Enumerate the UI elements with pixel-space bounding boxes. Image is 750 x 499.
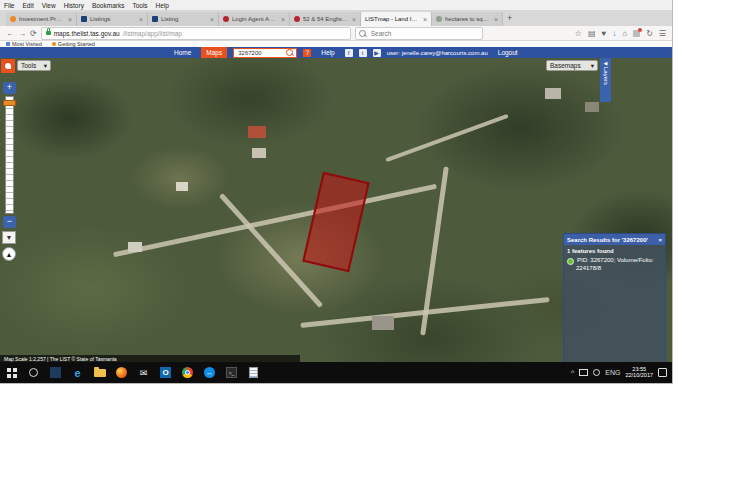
tray-chevron-icon[interactable]: ^ <box>571 369 574 376</box>
tab-label: Listings <box>90 16 136 22</box>
tab-close-icon[interactable]: × <box>494 16 498 23</box>
mail-icon[interactable]: ✉ <box>137 366 150 379</box>
library-icon[interactable]: ▤ <box>588 29 596 38</box>
clock-date: 22/10/2017 <box>625 373 653 379</box>
firefox-icon[interactable] <box>115 366 128 379</box>
sync-icon[interactable]: ↻ <box>646 29 653 38</box>
tab-investment-property[interactable]: Investment Property Calcu... × <box>6 12 77 26</box>
zoom-slider-track[interactable] <box>5 96 14 214</box>
network-icon[interactable] <box>593 369 600 376</box>
browser-search-box[interactable] <box>355 27 483 40</box>
map-building <box>248 126 266 138</box>
logout-button[interactable]: Logout <box>494 48 522 57</box>
close-icon[interactable]: × <box>658 237 662 243</box>
windows-start-icon[interactable] <box>5 366 18 379</box>
tab-close-icon[interactable]: × <box>281 16 285 23</box>
layers-panel-tab[interactable]: ◀ Layers <box>600 58 611 102</box>
display-icon[interactable] <box>579 369 588 376</box>
bookmark-star-icon[interactable]: ☆ <box>575 29 582 38</box>
action-center-icon[interactable] <box>658 368 667 377</box>
result-item[interactable]: PID: 3267200; Volume/Folio: <box>567 257 662 265</box>
pocket-icon[interactable]: ♥ <box>602 29 607 38</box>
menu-file[interactable]: File <box>4 2 14 9</box>
notification-addon-icon[interactable] <box>633 30 640 37</box>
tab-label: LISTmap - Land Information Sy... <box>365 16 420 22</box>
new-tab-button[interactable]: + <box>507 13 512 23</box>
query-tool-button[interactable]: ? <box>303 49 311 57</box>
app-navy-icon[interactable] <box>49 366 62 379</box>
menu-view[interactable]: View <box>42 2 56 9</box>
cortana-icon[interactable] <box>27 366 40 379</box>
maps-nav-button[interactable]: Maps <box>201 47 227 58</box>
language-indicator[interactable]: ENG <box>605 369 620 376</box>
twitter-icon[interactable]: t <box>359 49 367 57</box>
tab-favicon <box>294 16 300 22</box>
url-field[interactable]: maps.thelist.tas.gov.au /listmap/app/lis… <box>41 27 351 40</box>
tab-listmap-active[interactable]: LISTmap - Land Information Sy... × <box>361 12 432 26</box>
tab-login-agent-admin[interactable]: Login Agent Administratio... × <box>219 12 290 26</box>
search-results-title-bar[interactable]: Search Results for '3267200' × <box>564 234 665 245</box>
zoom-in-button[interactable]: + <box>3 82 16 94</box>
tab-favicon <box>436 16 442 22</box>
tools-label: Tools <box>21 62 36 69</box>
tab-favicon <box>152 16 158 22</box>
forward-icon[interactable]: → <box>18 29 26 38</box>
basemaps-button[interactable]: Basemaps ▾ <box>546 60 598 71</box>
chrome-icon[interactable] <box>181 366 194 379</box>
map-scale-text: Map Scale 1:2,257 | The LIST © State of … <box>4 356 117 362</box>
grid-icon <box>6 42 10 46</box>
back-icon[interactable]: ← <box>6 29 14 38</box>
map-search-input[interactable] <box>236 49 284 57</box>
chevron-left-icon: ◀ <box>604 60 608 66</box>
tab-hectares-to-sqm[interactable]: hectares to sqm - Google Se... × <box>432 12 503 26</box>
zoom-out-button[interactable]: − <box>3 216 16 228</box>
menu-tools[interactable]: Tools <box>132 2 147 9</box>
taskbar-clock[interactable]: 23:55 22/10/2017 <box>625 367 653 379</box>
help-button[interactable]: Help <box>317 48 338 57</box>
search-icon[interactable] <box>286 49 293 56</box>
hamburger-menu-icon[interactable]: ☰ <box>659 29 666 38</box>
document-icon[interactable] <box>247 366 260 379</box>
tab-close-icon[interactable]: × <box>139 16 143 23</box>
youtube-icon[interactable]: ▶ <box>373 49 381 57</box>
reload-icon[interactable]: ⟳ <box>30 29 37 38</box>
selected-parcel-highlight[interactable] <box>302 172 369 272</box>
tab-close-icon[interactable]: × <box>210 16 214 23</box>
aerial-map[interactable]: Tools ▾ Basemaps ▾ ◀ Layers + − ▼ ▲ Sea <box>0 58 672 362</box>
windows-taskbar: e ✉ O ↔ >_ ^ ENG 23:55 22/10/2017 <box>0 362 672 383</box>
url-domain: maps.thelist.tas.gov.au <box>54 30 120 37</box>
home-nav-button[interactable]: Home <box>170 48 195 57</box>
tab-close-icon[interactable]: × <box>352 16 356 23</box>
tasmania-extent-icon[interactable]: ▼ <box>2 231 16 244</box>
layers-label: Layers <box>603 67 609 85</box>
map-road <box>385 114 509 162</box>
screenshot-canvas: File Edit View History Bookmarks Tools H… <box>0 0 750 499</box>
edge-icon[interactable]: e <box>71 366 84 379</box>
download-icon[interactable]: ↓ <box>612 29 616 38</box>
browser-search-input[interactable] <box>369 29 473 38</box>
compass-icon[interactable]: ▲ <box>2 247 16 261</box>
cmd-icon[interactable]: >_ <box>225 366 238 379</box>
tab-english-street[interactable]: 52 & 54 English Street Wav... × <box>290 12 361 26</box>
url-path: /listmap/app/list/map <box>123 30 182 37</box>
map-search-box[interactable] <box>233 48 297 58</box>
tools-icon[interactable] <box>1 59 15 73</box>
tab-listings[interactable]: Listings × <box>77 12 148 26</box>
menu-history[interactable]: History <box>64 2 84 9</box>
menu-help[interactable]: Help <box>156 2 169 9</box>
map-road <box>113 184 437 258</box>
outlook-icon[interactable]: O <box>159 366 172 379</box>
tab-close-icon[interactable]: × <box>423 16 427 23</box>
menu-edit[interactable]: Edit <box>22 2 33 9</box>
teamviewer-icon[interactable]: ↔ <box>203 366 216 379</box>
zoom-slider-handle[interactable] <box>3 100 16 106</box>
tools-button[interactable]: Tools ▾ <box>17 60 51 71</box>
home-icon[interactable]: ⌂ <box>622 29 627 38</box>
file-explorer-icon[interactable] <box>93 366 106 379</box>
tab-close-icon[interactable]: × <box>68 16 72 23</box>
navigation-bar: ← → ⟳ maps.thelist.tas.gov.au /listmap/a… <box>0 26 672 41</box>
menu-bookmarks[interactable]: Bookmarks <box>92 2 125 9</box>
facebook-icon[interactable]: f <box>345 49 353 57</box>
logged-in-user: user: jenelle.carey@harcourts.com.au <box>387 50 488 56</box>
tab-listing[interactable]: Listing × <box>148 12 219 26</box>
